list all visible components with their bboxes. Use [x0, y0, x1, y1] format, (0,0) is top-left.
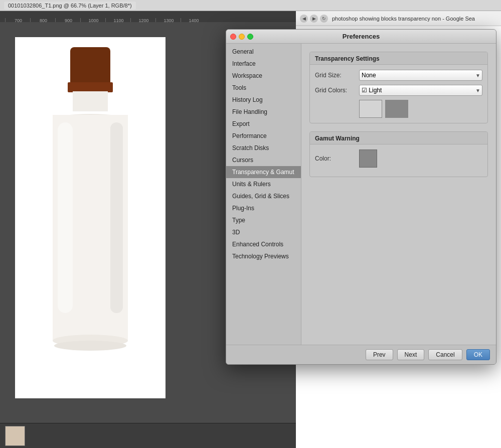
grid-size-select-wrapper: None Small Medium Large ▼	[359, 70, 482, 81]
svg-rect-7	[58, 122, 73, 313]
grid-size-label: Grid Size:	[315, 72, 355, 79]
forward-button[interactable]: ▶	[310, 15, 318, 23]
browser-topbar: 00101032806_T1.png @ 66.7% (Layer 1, RGB…	[0, 0, 501, 11]
dialog-body: General Interface Workspace Tools Histor…	[226, 44, 496, 345]
svg-rect-1	[68, 82, 113, 92]
canvas-content	[15, 37, 165, 398]
svg-rect-8	[110, 122, 123, 313]
ruler-mark: 1300	[155, 18, 181, 22]
bottle-image	[40, 47, 140, 388]
dialog-footer: Prev Next Cancel OK	[226, 345, 496, 364]
sidebar-item-workspace[interactable]: Workspace	[226, 70, 301, 82]
sidebar-item-file-handling[interactable]: File Handling	[226, 106, 301, 118]
transparency-settings-section: Transparency Settings Grid Size: None Sm…	[309, 52, 488, 123]
browser-nav-buttons: ◀ ▶ ↻	[300, 15, 328, 23]
sidebar-item-3d[interactable]: 3D	[226, 226, 301, 238]
maximize-button[interactable]	[247, 34, 253, 40]
sidebar-item-performance[interactable]: Performance	[226, 130, 301, 142]
transparency-section-title: Transparency Settings	[310, 52, 487, 65]
sidebar-item-type[interactable]: Type	[226, 214, 301, 226]
sidebar-item-guides-grid-slices[interactable]: Guides, Grid & Slices	[226, 190, 301, 202]
gamut-warning-section: Gamut Warning Color:	[309, 131, 488, 177]
gamut-section-title: Gamut Warning	[310, 132, 487, 144]
ok-button[interactable]: OK	[466, 349, 490, 360]
sidebar-item-cursors[interactable]: Cursors	[226, 154, 301, 166]
gamut-section-body: Color:	[310, 144, 487, 177]
minimize-button[interactable]	[239, 34, 245, 40]
gamut-color-swatch[interactable]	[359, 150, 377, 168]
sidebar-item-units-rulers[interactable]: Units & Rulers	[226, 178, 301, 190]
sidebar-item-export[interactable]: Export	[226, 118, 301, 130]
preferences-sidebar: General Interface Workspace Tools Histor…	[226, 44, 301, 345]
sidebar-item-technology-previews[interactable]: Technology Previews	[226, 250, 301, 262]
ruler-mark: 900	[55, 18, 80, 22]
grid-colors-label: Grid Colors:	[315, 87, 355, 94]
ruler-mark: 800	[30, 18, 55, 22]
prev-button[interactable]: Prev	[366, 349, 393, 360]
refresh-button[interactable]: ↻	[320, 15, 328, 23]
preferences-main-content: Transparency Settings Grid Size: None Sm…	[301, 44, 496, 345]
back-button[interactable]: ◀	[300, 15, 308, 23]
dialog-titlebar: Preferences	[226, 30, 496, 44]
traffic-lights	[230, 34, 253, 40]
ruler-mark: 1400	[181, 18, 206, 22]
gamut-color-row: Color:	[315, 150, 482, 168]
gamut-color-label: Color:	[315, 155, 355, 162]
preferences-dialog: Preferences General Interface Workspace …	[226, 29, 496, 365]
url-text: photoshop showing blocks transparency no…	[332, 16, 497, 22]
browser-url-bar: ◀ ▶ ↻ photoshop showing blocks transpare…	[296, 11, 501, 26]
grid-size-select[interactable]: None Small Medium Large	[359, 70, 482, 81]
ruler-mark: 700	[5, 18, 30, 22]
ruler-mark: 1100	[105, 18, 130, 22]
sidebar-item-history-log[interactable]: History Log	[226, 94, 301, 106]
svg-rect-2	[73, 91, 108, 111]
sidebar-item-general[interactable]: General	[226, 46, 301, 58]
ps-tab-label[interactable]: 00101032806_T1.png @ 66.7% (Layer 1, RGB…	[4, 2, 136, 10]
next-button[interactable]: Next	[397, 349, 425, 360]
sidebar-item-enhanced-controls[interactable]: Enhanced Controls	[226, 238, 301, 250]
ps-thumbnail	[5, 426, 25, 446]
sidebar-item-plug-ins[interactable]: Plug-Ins	[226, 202, 301, 214]
cancel-button[interactable]: Cancel	[428, 349, 462, 360]
ruler-mark: 1000	[80, 18, 105, 22]
svg-point-6	[54, 341, 126, 351]
transparency-section-body: Grid Size: None Small Medium Large ▼	[310, 65, 487, 123]
grid-colors-select[interactable]: ☑ Light Dark Custom	[359, 85, 482, 96]
color-swatches	[359, 100, 482, 118]
grid-colors-select-wrapper: ☑ Light Dark Custom ▼	[359, 85, 482, 96]
swatch-medium[interactable]	[385, 100, 408, 118]
sidebar-item-interface[interactable]: Interface	[226, 58, 301, 70]
sidebar-item-scratch-disks[interactable]: Scratch Disks	[226, 142, 301, 154]
ps-statusbar	[0, 423, 296, 448]
ruler-mark: 1200	[130, 18, 155, 22]
sidebar-item-transparency-gamut[interactable]: Transparency & Gamut	[226, 166, 301, 178]
dialog-title: Preferences	[343, 33, 380, 40]
ruler-marks: 700 800 900 1000 1100 1200 1300 1400	[0, 11, 206, 22]
grid-colors-row: Grid Colors: ☑ Light Dark Custom ▼	[315, 85, 482, 96]
close-button[interactable]	[230, 34, 236, 40]
grid-size-row: Grid Size: None Small Medium Large ▼	[315, 70, 482, 81]
swatch-light[interactable]	[359, 100, 382, 118]
sidebar-item-tools[interactable]: Tools	[226, 82, 301, 94]
svg-rect-0	[70, 47, 110, 87]
